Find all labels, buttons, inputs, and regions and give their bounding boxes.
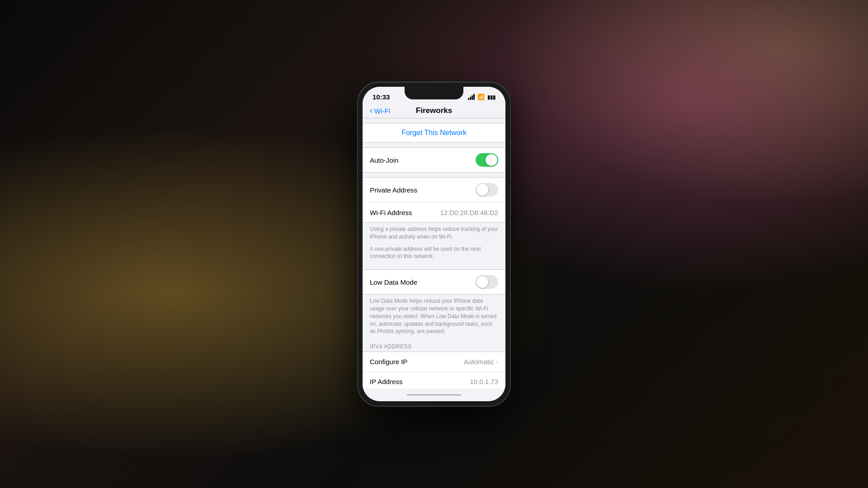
private-address-desc1: Using a private address helps reduce tra… <box>363 223 505 245</box>
private-address-label: Private Address <box>370 186 417 194</box>
low-data-toggle[interactable] <box>476 275 498 289</box>
wifi-address-row: Wi-Fi Address 12:D0:28:D8:48:D2 <box>363 202 505 222</box>
low-data-label: Low Data Mode <box>370 278 417 286</box>
auto-join-row: Auto-Join <box>363 148 505 172</box>
ip-address-row: IP Address 10.0.1.73 <box>363 372 505 389</box>
back-label: Wi-Fi <box>374 107 390 115</box>
configure-ip-chevron-icon: › <box>496 358 498 366</box>
private-address-desc2: A non-private address will be used on th… <box>363 245 505 265</box>
low-data-row: Low Data Mode <box>363 270 505 294</box>
auto-join-label: Auto-Join <box>370 156 398 164</box>
auto-join-toggle[interactable] <box>476 153 498 167</box>
gap-1 <box>363 118 505 123</box>
home-indicator <box>363 389 505 401</box>
configure-ip-row[interactable]: Configure IP Automatic › <box>363 352 505 372</box>
back-button[interactable]: ‹ Wi-Fi <box>370 106 390 115</box>
gap-2 <box>363 143 505 147</box>
scroll-content[interactable]: Forget This Network Auto-Join <box>363 118 505 389</box>
page-title: Fireworks <box>416 106 452 115</box>
private-address-row: Private Address <box>363 178 505 202</box>
battery-icon: ▮▮▮ <box>487 94 495 100</box>
back-chevron-icon: ‹ <box>370 106 373 115</box>
wifi-address-label: Wi-Fi Address <box>370 209 412 216</box>
configure-ip-value: Automatic › <box>464 358 498 366</box>
low-data-section: Low Data Mode <box>363 269 505 295</box>
status-icons: 📶 ▮▮▮ <box>468 94 495 100</box>
phone-body: 10:33 📶 ▮▮▮ <box>357 81 511 407</box>
low-data-toggle-knob <box>476 276 488 288</box>
forget-network-row[interactable]: Forget This Network <box>363 123 505 143</box>
auto-join-toggle-knob <box>486 154 497 166</box>
low-data-desc: Low Data Mode helps reduce your iPhone d… <box>363 295 505 340</box>
private-address-section: Private Address Wi-Fi Address 12:D0:28:D… <box>363 177 505 223</box>
private-address-toggle[interactable] <box>476 183 498 197</box>
status-bar: 10:33 📶 ▮▮▮ <box>363 87 505 103</box>
ipv4-header: IPV4 ADDRESS <box>363 340 505 352</box>
forget-network-button[interactable]: Forget This Network <box>401 129 467 137</box>
gap-3 <box>363 173 505 177</box>
ipv4-section: Configure IP Automatic › IP Address 10.0… <box>363 352 505 389</box>
notch <box>405 87 463 99</box>
signal-icon <box>468 94 475 100</box>
nav-bar: ‹ Wi-Fi Fireworks <box>363 103 505 118</box>
ip-address-value: 10.0.1.73 <box>470 378 498 385</box>
private-address-toggle-knob <box>476 184 488 196</box>
gap-4 <box>363 265 505 269</box>
wifi-icon: 📶 <box>477 94 485 100</box>
configure-ip-label: Configure IP <box>370 358 407 366</box>
home-bar <box>407 394 461 396</box>
wifi-address-value: 12:D0:28:D8:48:D2 <box>440 209 498 216</box>
phone-screen: 10:33 📶 ▮▮▮ <box>363 87 505 401</box>
phone-device: 10:33 📶 ▮▮▮ <box>357 81 511 407</box>
auto-join-section: Auto-Join <box>363 147 505 173</box>
status-time: 10:33 <box>373 93 390 101</box>
ip-address-label: IP Address <box>370 378 402 385</box>
